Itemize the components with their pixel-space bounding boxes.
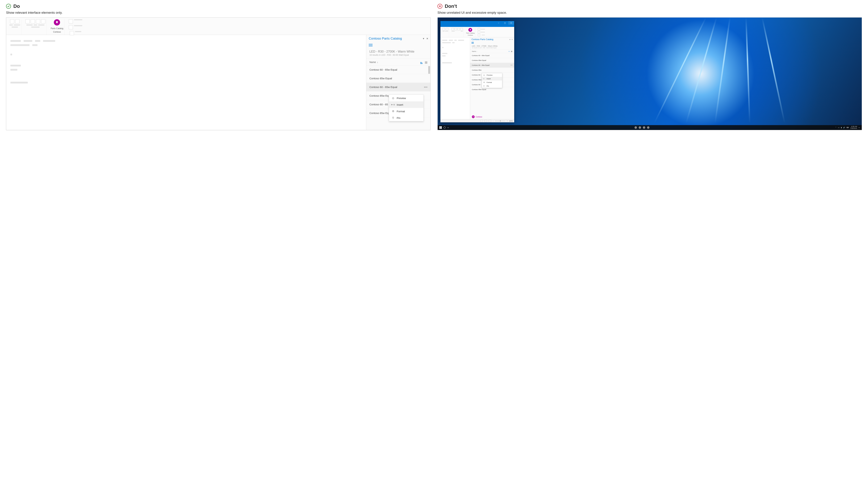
view-button[interactable]: [489, 120, 491, 122]
volume-icon[interactable]: 🔊: [843, 127, 845, 128]
pin-icon: ⚲: [483, 85, 485, 87]
do-screenshot: Parts Catalog Contoso: [6, 17, 430, 130]
check-icon: [6, 4, 11, 9]
dont-screenshot: ─ ▢ ✕ Parts Catalog Contoso: [438, 17, 862, 130]
view-button[interactable]: [484, 120, 487, 122]
taskbar-app-icon[interactable]: [639, 126, 641, 129]
pane-close-icon[interactable]: ✕: [511, 39, 513, 40]
clock[interactable]: 6:30 AM 7/30/2015: [850, 126, 857, 129]
tray-chevron-icon[interactable]: ⌃: [835, 127, 837, 128]
context-menu: ◎Preview ⇤Insert ⚙Format ⚲Pin: [482, 73, 502, 88]
list-item[interactable]: Contoso 85w Equal: [470, 58, 514, 63]
breadcrumb: LED - R30 - 2700K - Warm White: [470, 44, 514, 47]
taskbar: ▭ ⌃ ▭ ▮ 🔊 ⌨ 6:30 AM 7/30/2015: [438, 125, 862, 130]
arrow-down-icon: ↓: [377, 61, 378, 64]
context-menu: ◎Preview ⇤≡Insert ⚙Format ⚲Pin: [389, 94, 424, 121]
do-heading: Do: [13, 3, 20, 9]
results-count: 16 results in LED - R30 - 60-65 Watt Equ…: [470, 47, 514, 50]
titlebar: ─ ▢ ✕: [440, 21, 514, 25]
menu-pin[interactable]: ⚲Pin: [389, 115, 424, 121]
app-window: ─ ▢ ✕ Parts Catalog Contoso: [440, 21, 514, 122]
lightbulb-icon: [468, 28, 472, 32]
menu-insert[interactable]: ⇤Insert: [482, 77, 502, 80]
arrow-down-icon: ↓: [477, 51, 477, 52]
zoom-slider[interactable]: [495, 121, 505, 121]
lightbulb-icon: [54, 19, 60, 26]
dont-heading: Don't: [445, 3, 457, 9]
cortana-icon[interactable]: [443, 127, 445, 129]
grid-view-icon[interactable]: [425, 60, 427, 64]
zoom-in-icon[interactable]: +: [507, 120, 508, 122]
list-item-selected[interactable]: Contoso 60 - 65w Equal: [470, 63, 514, 67]
zoom-out-icon[interactable]: −: [493, 120, 494, 122]
ribbon-button-sublabel: Contoso: [53, 31, 61, 33]
menu-format[interactable]: ⚙Format: [389, 108, 424, 115]
menu-format[interactable]: ⚙Format: [482, 80, 502, 84]
more-icon[interactable]: [510, 65, 513, 65]
menu-insert[interactable]: ⇤≡Insert: [389, 101, 424, 108]
document-body: [6, 35, 366, 130]
battery-icon[interactable]: ▮: [841, 127, 842, 128]
close-button[interactable]: ✕: [508, 21, 514, 25]
pane-title: Contoso Parts Catalog: [471, 38, 493, 41]
list-item[interactable]: Contoso 85w: [470, 67, 514, 73]
breadcrumb: LED - R30 - 2700K - Warm White: [366, 49, 430, 54]
ribbon: Parts Catalog Contoso: [6, 17, 430, 35]
format-icon: ⚙: [483, 81, 485, 83]
pin-icon: ⚲: [391, 116, 394, 119]
task-pane: Contoso Parts Catalog ▼ ✕ LED - R30 - 27…: [366, 35, 430, 130]
taskview-icon[interactable]: ▭: [448, 127, 449, 128]
pane-close-icon[interactable]: ✕: [426, 37, 428, 40]
sort-button[interactable]: Name ↓: [472, 51, 477, 52]
format-icon: ⚙: [391, 110, 394, 113]
list-item[interactable]: Contoso 60 - 65w Equal: [470, 53, 514, 58]
parts-catalog-ribbon-button[interactable]: Parts Catalog Contoso: [465, 28, 475, 37]
preview-icon: ◎: [391, 96, 394, 100]
ribbon: Parts Catalog Contoso: [440, 27, 514, 37]
insert-icon: ⇤≡: [391, 103, 394, 106]
pane-dropdown-icon[interactable]: ▾: [509, 39, 510, 40]
list-item-selected[interactable]: Contoso 60 - 65w Equal: [366, 83, 430, 91]
parts-catalog-ribbon-button[interactable]: Parts Catalog Contoso: [50, 19, 65, 35]
start-icon[interactable]: [439, 126, 442, 129]
do-column: Do Show relevant interface elements only…: [6, 3, 430, 130]
taskbar-app-icon[interactable]: [635, 126, 637, 129]
pane-dropdown-icon[interactable]: ▼: [423, 37, 425, 40]
more-icon[interactable]: [424, 87, 427, 88]
keyboard-icon[interactable]: ⌨: [846, 127, 849, 128]
list-item[interactable]: Contoso 85w Equal: [366, 74, 430, 83]
insert-icon: ⇤: [483, 78, 485, 80]
menu-preview[interactable]: ◎Preview: [482, 73, 502, 77]
menu-preview[interactable]: ◎Preview: [389, 95, 424, 101]
hamburger-icon[interactable]: [470, 41, 514, 44]
minimize-button[interactable]: ─: [496, 21, 501, 25]
x-icon: [438, 4, 442, 9]
maximize-button[interactable]: ▢: [502, 21, 508, 25]
sort-button[interactable]: Name ↓: [370, 61, 378, 64]
statusbar: − + 100%: [440, 119, 514, 122]
taskbar-apps: [635, 126, 649, 129]
taskbar-app-icon[interactable]: [647, 126, 649, 129]
do-subtitle: Show relevant interface elements only.: [6, 11, 430, 15]
ribbon-button-label: Parts Catalog: [51, 27, 63, 30]
view-button[interactable]: [480, 120, 483, 122]
action-center-icon[interactable]: ▭: [858, 127, 860, 128]
list-view-icon[interactable]: ≡: [509, 51, 509, 52]
avatar: C: [472, 115, 475, 118]
preview-icon: ◎: [483, 74, 485, 76]
scrollbar[interactable]: [428, 66, 430, 74]
pane-title: Contoso Parts Catalog: [369, 37, 402, 40]
dont-column: Don't Show unrelated UI and excessive em…: [438, 3, 862, 130]
menu-pin[interactable]: ⚲Pin: [482, 84, 502, 88]
sort-label: Name: [370, 61, 376, 64]
dont-subtitle: Show unrelated UI and excessive empty sp…: [438, 11, 862, 15]
grid-view-icon[interactable]: ▦: [511, 51, 513, 52]
network-icon[interactable]: ▭: [838, 127, 840, 128]
list-item[interactable]: Contoso 60 - 65w Equal: [366, 65, 430, 74]
pane-footer: C Contoso: [470, 114, 514, 119]
document-body: [440, 37, 470, 119]
hamburger-icon[interactable]: [366, 41, 430, 49]
list-view-icon[interactable]: [420, 60, 423, 64]
zoom-level: 100%: [509, 120, 513, 122]
taskbar-app-icon[interactable]: [643, 126, 645, 129]
